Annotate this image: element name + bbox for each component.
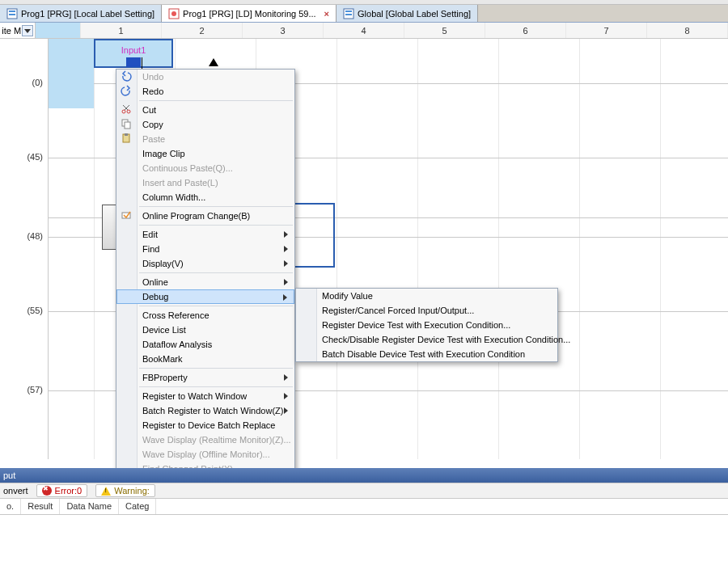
submenu-arrow-icon [284,246,288,252]
tab-global-label[interactable]: Global [Global Label Setting] [336,5,478,22]
submenu-arrow-icon [284,393,288,399]
menu-batch-register-to-watch-window-z[interactable]: Batch Register to Watch Window(Z) [116,403,294,418]
dropdown-icon[interactable] [22,25,33,36]
undo-icon [121,70,133,83]
ruler-col: 5 [404,23,485,38]
submenu-batch-disable-device-test-with-execution-condition[interactable]: Batch Disable Device Test with Execution… [296,347,557,361]
menu-paste: Paste [116,132,294,146]
submenu-arrow-icon [283,294,287,301]
program-icon [6,8,18,19]
menu-display-v[interactable]: Display(V) [116,256,294,271]
menu-register-to-watch-window[interactable]: Register to Watch Window [116,389,294,403]
menu-wave-display-offline-monitor: Wave Display (Offline Monitor)... [116,447,294,462]
online-icon [121,209,133,222]
close-icon[interactable]: × [324,9,329,19]
copy-icon [121,118,133,131]
svg-point-8 [122,110,125,113]
tab-label: Global [Global Label Setting] [358,9,471,19]
menu-insert-and-paste-l: Insert and Paste(L) [116,175,294,190]
submenu-arrow-icon [284,231,288,238]
svg-rect-13 [125,133,128,136]
menu-debug[interactable]: Debug [116,289,294,304]
menu-cross-reference[interactable]: Cross Reference [116,308,294,323]
panel-titlebar: put [0,468,728,483]
row-number: (45) [27,152,43,162]
menu-column-width[interactable]: Column Width... [116,190,294,205]
svg-rect-1 [9,11,15,12]
warning-icon [101,487,111,496]
menu-wave-display-realtime-monitor-z: Wave Display (Realtime Monitor)(Z)... [116,432,294,447]
row-number: (55) [27,306,43,315]
selection-handle [126,57,141,67]
column-ruler: ite Mntr 1 2 3 4 5 6 7 8 [0,23,728,39]
menu-bookmark[interactable]: BookMark [116,352,294,366]
col-result: Result [21,499,60,514]
ladder-block[interactable] [102,205,116,250]
menu-copy[interactable]: Copy [116,117,294,132]
error-text: Error:0 [55,486,83,496]
status-row: onvert Error:0 Warning: [0,483,728,499]
document-tabs: Prog1 [PRG] [Local Label Setting] Prog1 … [0,5,728,23]
submenu-modify-value[interactable]: Modify Value [296,289,557,303]
col-data-name: Data Name [60,499,119,514]
paste-icon [121,133,133,146]
menu-register-to-device-batch-replace[interactable]: Register to Device Batch Replace [116,418,294,432]
svg-point-4 [171,11,176,16]
ruler-col: 8 [647,23,728,38]
ruler-col: 7 [566,23,647,38]
submenu-arrow-icon [284,407,288,414]
menu-find[interactable]: Find [116,242,294,256]
panel-title: put [0,470,15,480]
submenu-arrow-icon [284,279,288,285]
global-icon [343,8,354,19]
menu-device-list[interactable]: Device List [116,323,294,337]
submenu-register-cancel-forced-input-output[interactable]: Register/Cancel Forced Input/Output... [296,303,557,318]
menu-cut[interactable]: Cut [116,103,294,117]
svg-rect-7 [345,14,352,15]
row-number: (48) [27,231,43,241]
menu-redo[interactable]: Redo [116,84,294,99]
ruler-col: 1 [81,23,162,38]
menu-undo: Undo [116,70,294,84]
selection-band [49,39,94,108]
svg-rect-11 [125,122,130,129]
ruler-label-cell: ite Mntr [0,23,36,38]
menu-edit[interactable]: Edit [116,227,294,242]
submenu-check-disable-register-device-test-with-execution-condition[interactable]: Check/Disable Register Device Test with … [296,332,557,347]
col-category: Categ [119,499,156,514]
redo-icon [121,85,133,98]
warning-pill[interactable]: Warning: [95,484,155,497]
col-no: o. [0,499,21,514]
svg-point-9 [127,110,130,113]
debug-submenu: Modify ValueRegister/Cancel Forced Input… [295,288,558,362]
output-table-head: o. Result Data Name Categ [0,499,728,515]
ruler-col: 4 [324,23,404,38]
submenu-arrow-icon [284,260,288,267]
svg-rect-2 [9,14,15,15]
menu-online-program-change-b[interactable]: Online Program Change(B) [116,209,294,223]
contact-label: Input1 [94,45,173,55]
menu-dataflow-analysis[interactable]: Dataflow Analysis [116,337,294,352]
menu-image-clip[interactable]: Image Clip [116,146,294,161]
cut-icon [121,103,133,116]
ruler-col: 2 [162,23,243,38]
svg-rect-6 [345,11,352,12]
tab-monitoring[interactable]: Prog1 [PRG] [LD] Monitoring 59... × [162,5,336,22]
error-pill[interactable]: Error:0 [36,484,88,497]
row-number: (57) [27,385,43,394]
menu-online[interactable]: Online [116,275,294,289]
submenu-arrow-icon [284,374,288,381]
context-menu: UndoRedoCutCopyPasteImage ClipContinuous… [116,69,295,529]
ruler-col: 6 [485,23,566,38]
ladder-workspace: (0) (45) (48) (55) (57) Input1 [0,39,728,459]
warning-text: Warning: [114,486,150,496]
ladder-icon [168,8,180,19]
row-gutter: (0) (45) (48) (55) (57) [0,39,49,459]
tab-local-label[interactable]: Prog1 [PRG] [Local Label Setting] [0,5,162,22]
ruler-col: 3 [243,23,324,38]
row-number: (0) [32,78,43,87]
submenu-register-device-test-with-execution-condition[interactable]: Register Device Test with Execution Cond… [296,318,557,332]
menu-fbproperty[interactable]: FBProperty [116,370,294,385]
error-icon [42,486,52,496]
tab-label: Prog1 [PRG] [LD] Monitoring 59... [183,9,315,19]
